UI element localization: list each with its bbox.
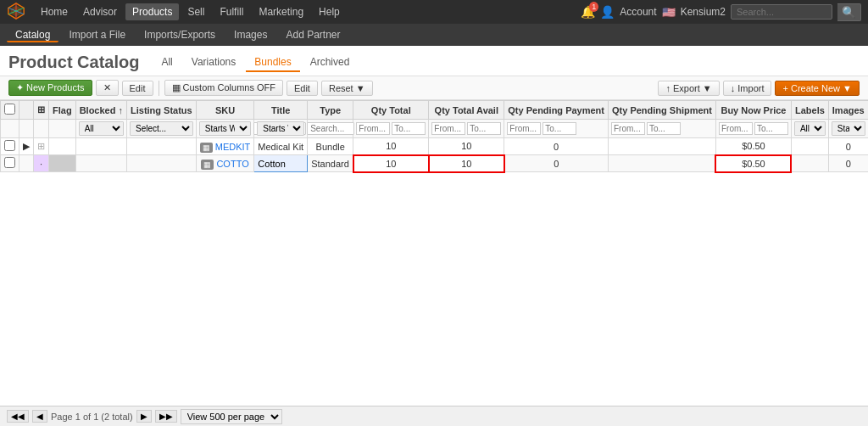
row1-labels — [791, 138, 828, 155]
filter-images: Starts With — [828, 120, 868, 138]
qty-shipment-to-input[interactable] — [647, 122, 681, 135]
table-row: · ▦ COTTO Standard 10 10 0 $0.50 0 — [1, 155, 869, 172]
row1-qty-total: 10 — [353, 138, 429, 155]
filter-title: Starts With — [254, 120, 308, 138]
table-row: ▶ ⊞ ▦ MEDKIT Medical Kit Bundle 10 10 0 … — [1, 138, 869, 155]
toolbar-right: ↑ Export ▼ ↓ Import + Create New ▼ — [658, 81, 860, 96]
qty-total-from-input[interactable] — [356, 122, 390, 135]
th-qty-pending-shipment[interactable]: Qty Pending Shipment — [609, 101, 716, 120]
toolbar-separator-1 — [159, 81, 159, 96]
qty-total-to-input[interactable] — [392, 122, 426, 135]
filter-listing-status: Select... — [126, 120, 196, 138]
subnav-imports-exports[interactable]: Imports/Exports — [136, 27, 224, 42]
table-filter-row: All Select... Starts With Starts — [1, 120, 869, 138]
th-qty-total[interactable]: Qty Total — [353, 101, 429, 120]
toolbar: ✦ New Products ✕ Edit ▦ Custom Columns O… — [0, 76, 868, 100]
account-label[interactable]: Account — [620, 6, 656, 18]
th-images[interactable]: Images — [828, 101, 868, 120]
custom-columns-button[interactable]: ▦ Custom Columns OFF — [164, 80, 283, 96]
filter-blocked: All — [75, 120, 126, 138]
title-filter-select[interactable]: Starts With — [257, 121, 304, 136]
logo — [7, 2, 25, 23]
search-input[interactable] — [731, 4, 832, 20]
subnav-catalog[interactable]: Catalog — [7, 27, 58, 42]
row1-flag — [49, 138, 76, 155]
th-qty-pending-payment[interactable]: Qty Pending Payment — [504, 101, 609, 120]
filter-sku: Starts With — [196, 120, 254, 138]
row2-title[interactable] — [254, 155, 308, 172]
tabs: All Variations Bundles Archived — [153, 53, 358, 72]
table-header-row: ⊞ Flag Blocked ↑ Listing Status SKU Titl… — [1, 101, 869, 120]
th-sku[interactable]: SKU — [196, 101, 254, 120]
tab-bundles[interactable]: Bundles — [246, 53, 299, 72]
th-blocked[interactable]: Blocked ↑ — [75, 101, 126, 120]
qty-payment-to-input[interactable] — [542, 122, 576, 135]
filter-price — [715, 120, 791, 138]
kensium-label[interactable]: Kensium2 — [681, 6, 726, 18]
th-labels[interactable]: Labels — [791, 101, 828, 120]
row1-sku-link[interactable]: MEDKIT — [215, 142, 251, 152]
nav-help[interactable]: Help — [312, 3, 347, 20]
th-type[interactable]: Type — [308, 101, 353, 120]
reset-button[interactable]: Reset ▼ — [321, 81, 373, 96]
subnav-import-file[interactable]: Import a File — [60, 27, 134, 42]
qty-payment-from-input[interactable] — [507, 122, 541, 135]
nav-home[interactable]: Home — [34, 3, 75, 20]
row2-title-input[interactable] — [258, 159, 303, 169]
notification-bell[interactable]: 🔔 1 — [581, 5, 595, 19]
close-filter-button[interactable]: ✕ — [96, 80, 119, 96]
edit-button-2[interactable]: Edit — [287, 81, 318, 96]
images-filter-select[interactable]: Starts With — [832, 121, 865, 136]
export-button[interactable]: ↑ Export ▼ — [658, 81, 719, 96]
th-title[interactable]: Title — [254, 101, 308, 120]
th-buy-now-price[interactable]: Buy Now Price — [715, 101, 791, 120]
select-all-checkbox[interactable] — [4, 104, 15, 115]
nav-sell[interactable]: Sell — [181, 3, 211, 20]
subnav-images[interactable]: Images — [225, 27, 275, 42]
labels-filter-select[interactable]: All — [794, 121, 826, 136]
listing-status-filter-select[interactable]: Select... — [130, 121, 193, 136]
create-new-button[interactable]: + Create New ▼ — [775, 81, 860, 96]
filter-labels: All — [791, 120, 828, 138]
row2-type: Standard — [308, 155, 353, 172]
row2-qty-avail-highlighted: 10 — [429, 155, 504, 172]
edit-button-1[interactable]: Edit — [122, 81, 153, 96]
row1-sku-icon: ▦ — [200, 143, 213, 153]
row2-expand[interactable] — [19, 155, 34, 172]
row1-expand[interactable]: ▶ — [19, 138, 34, 155]
filter-grid — [34, 120, 49, 138]
row2-flag — [49, 155, 76, 172]
new-products-button[interactable]: ✦ New Products — [8, 80, 92, 96]
nav-marketing[interactable]: Marketing — [252, 3, 310, 20]
subnav-add-partner[interactable]: Add Partner — [277, 27, 348, 42]
product-table: ⊞ Flag Blocked ↑ Listing Status SKU Titl… — [0, 100, 868, 173]
price-from-input[interactable] — [719, 122, 753, 135]
row1-checkbox[interactable] — [4, 140, 15, 151]
th-listing-status[interactable]: Listing Status — [126, 101, 196, 120]
tab-all[interactable]: All — [153, 53, 181, 72]
blocked-filter-select[interactable]: All — [79, 121, 124, 136]
price-to-input[interactable] — [754, 122, 788, 135]
sku-filter-select[interactable]: Starts With — [199, 121, 252, 136]
th-qty-total-avail[interactable]: Qty Total Avail — [429, 101, 504, 120]
row1-listing-status — [126, 138, 196, 155]
row2-qty-total-highlighted: 10 — [353, 155, 429, 172]
filter-qty-shipment — [609, 120, 716, 138]
title-filter-input[interactable] — [307, 122, 354, 135]
row2-sku-link[interactable]: COTTO — [216, 159, 248, 169]
nav-fulfill[interactable]: Fulfill — [213, 3, 250, 20]
search-button[interactable]: 🔍 — [837, 3, 861, 21]
qty-avail-from-input[interactable] — [431, 122, 465, 135]
qty-avail-to-input[interactable] — [467, 122, 501, 135]
nav-products[interactable]: Products — [125, 3, 179, 20]
row1-qty-avail: 10 — [429, 138, 504, 155]
page-header: Product Catalog All Variations Bundles A… — [0, 46, 868, 76]
import-button[interactable]: ↓ Import — [723, 81, 772, 96]
row2-sku: ▦ COTTO — [196, 155, 254, 172]
row2-checkbox[interactable] — [4, 157, 15, 168]
tab-variations[interactable]: Variations — [183, 53, 244, 72]
nav-advisor[interactable]: Advisor — [76, 3, 124, 20]
row1-grid[interactable]: ⊞ — [34, 138, 49, 155]
tab-archived[interactable]: Archived — [302, 53, 359, 72]
qty-shipment-from-input[interactable] — [611, 122, 645, 135]
